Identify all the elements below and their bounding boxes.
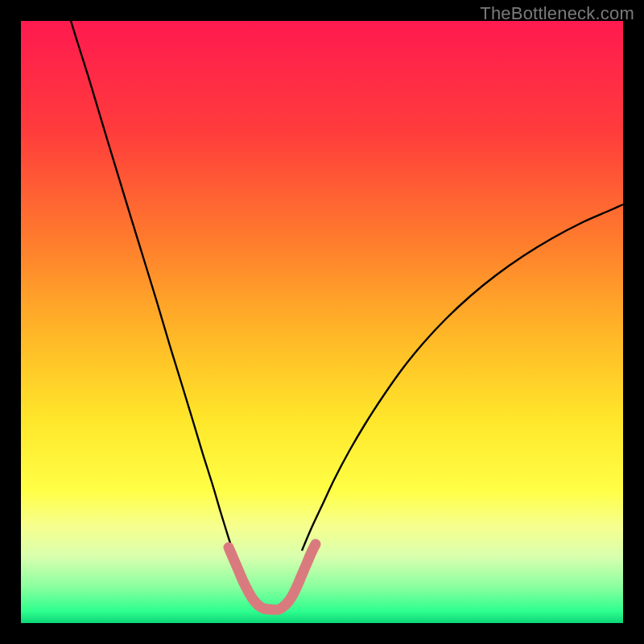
chart-svg (21, 21, 623, 623)
gradient-background (21, 21, 623, 623)
chart-frame: TheBottleneck.com (0, 0, 644, 644)
watermark-text: TheBottleneck.com (480, 3, 634, 24)
plot-area (21, 21, 623, 623)
